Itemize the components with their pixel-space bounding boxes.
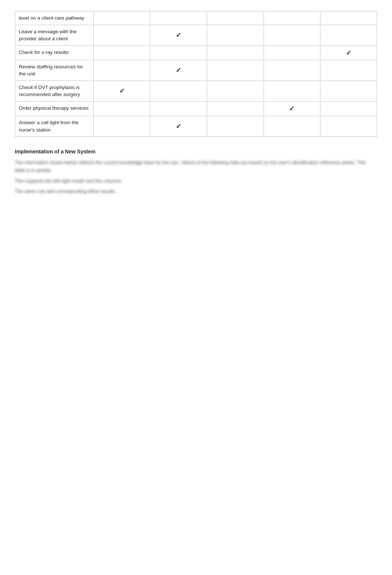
blurred-line-1: This supports the left-right model and t… [15,177,232,185]
check-cell-3-3 [264,60,320,81]
check-cell-0-2 [207,11,264,25]
blurred-line-2: The same row and corresponding offset re… [15,188,178,195]
task-cell: Order physical therapy services [15,101,94,116]
check-cell-6-2 [207,116,264,136]
blurred-line-0: The information shown below reflects the… [15,159,377,174]
check-cell-2-0 [93,45,150,60]
task-cell: Check for x-ray results [15,45,94,60]
check-cell-0-0 [93,11,150,25]
main-table-wrapper: level on a client care pathwayLeave a me… [15,11,377,137]
check-cell-4-4 [320,81,377,101]
table-row: Answer a call light from the nurse's sta… [15,116,377,136]
table-row: Leave a message with the provider about … [15,25,377,45]
check-cell-3-0 [93,60,150,81]
check-cell-3-4 [320,60,377,81]
check-cell-2-2 [207,45,264,60]
task-cell: Leave a message with the provider about … [15,25,94,45]
check-cell-0-1 [150,11,207,25]
check-cell-1-3 [264,25,320,45]
check-cell-5-1 [150,101,207,116]
table-row: Check for x-ray results✓ [15,45,377,60]
table-row: Order physical therapy services✓ [15,101,377,116]
check-cell-3-2 [207,60,264,81]
check-cell-2-3 [264,45,320,60]
check-cell-6-4 [320,116,377,136]
check-cell-4-3 [264,81,320,101]
check-cell-0-3 [264,11,320,25]
task-cell: level on a client care pathway [15,11,94,25]
check-cell-2-1 [150,45,207,60]
task-cell: Review staffing resources for the unit [15,60,94,81]
check-cell-4-2 [207,81,264,101]
check-cell-1-2 [207,25,264,45]
section-title: Implementation of a New System [15,149,377,154]
check-cell-3-1: ✓ [150,60,207,81]
check-cell-1-1: ✓ [150,25,207,45]
check-cell-6-0 [93,116,150,136]
check-cell-5-2 [207,101,264,116]
check-cell-6-1: ✓ [150,116,207,136]
check-cell-0-4 [320,11,377,25]
check-cell-4-1 [150,81,207,101]
check-cell-6-3 [264,116,320,136]
table-row: Review staffing resources for the unit✓ [15,60,377,81]
check-cell-5-3: ✓ [264,101,320,116]
check-cell-5-0 [93,101,150,116]
table-row: Check if DVT prophylaxis is recommended … [15,81,377,101]
check-cell-1-4 [320,25,377,45]
check-cell-1-0 [93,25,150,45]
check-cell-5-4 [320,101,377,116]
check-cell-2-4: ✓ [320,45,377,60]
task-table: level on a client care pathwayLeave a me… [15,11,377,137]
task-cell: Check if DVT prophylaxis is recommended … [15,81,94,101]
task-cell: Answer a call light from the nurse's sta… [15,116,94,136]
table-row: level on a client care pathway [15,11,377,25]
check-cell-4-0: ✓ [93,81,150,101]
